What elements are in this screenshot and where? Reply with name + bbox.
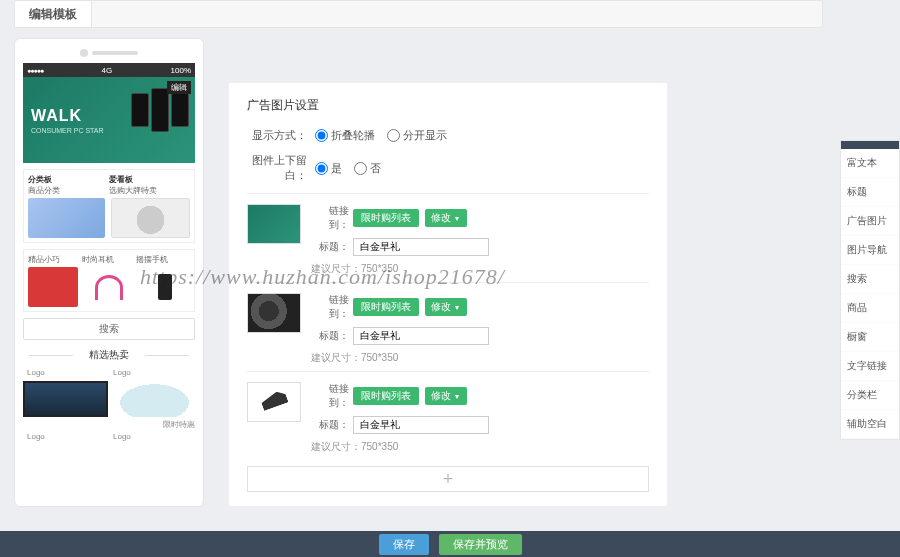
footer-bar: 保存 保存并预览 xyxy=(0,531,900,557)
display-mode-label: 显示方式： xyxy=(247,128,307,143)
title-input[interactable] xyxy=(353,327,489,345)
radio-fold-carousel[interactable]: 折叠轮播 xyxy=(315,128,375,143)
logo-label: Logo xyxy=(109,366,195,379)
status-battery: 100% xyxy=(171,66,191,75)
hero-subtitle: CONSUMER PC STAR xyxy=(31,127,104,134)
phone-preview: 4G 100% WALK CONSUMER PC STAR 编辑 分类板商品分类… xyxy=(14,38,204,507)
picks-title: 精选热卖 xyxy=(23,348,195,362)
title-input[interactable] xyxy=(353,416,489,434)
product-thumb xyxy=(23,381,108,417)
sec1-col2-title: 爱看板 xyxy=(109,174,190,185)
size-hint-label: 建议尺寸： xyxy=(311,263,361,274)
modify-dropdown[interactable]: 修改 xyxy=(425,298,467,316)
ad-item: 链接到：限时购列表修改标题：建议尺寸：750*350 xyxy=(247,193,649,282)
status-carrier: 4G xyxy=(102,66,113,75)
radio-margin-no[interactable]: 否 xyxy=(354,161,381,176)
settings-panel: 广告图片设置 显示方式： 折叠轮播 分开显示 图件上下留白： 是 否 链接到：限… xyxy=(228,82,668,507)
title-field-label: 标题： xyxy=(311,418,349,432)
title-field-label: 标题： xyxy=(311,329,349,343)
size-hint-value: 750*350 xyxy=(361,441,398,452)
radio-separate[interactable]: 分开显示 xyxy=(387,128,447,143)
tab-edit-template[interactable]: 编辑模板 xyxy=(15,1,92,27)
hero-title: WALK xyxy=(31,107,104,125)
tool-item[interactable]: 标题 xyxy=(841,178,899,207)
product-thumb xyxy=(140,267,190,307)
link-to-label: 链接到： xyxy=(311,382,349,410)
size-hint-label: 建议尺寸： xyxy=(311,352,361,363)
margin-label: 图件上下留白： xyxy=(247,153,307,183)
size-hint-value: 750*350 xyxy=(361,263,398,274)
product-thumb xyxy=(28,198,105,238)
modify-dropdown[interactable]: 修改 xyxy=(425,387,467,405)
logo-label: Logo xyxy=(109,430,195,443)
sec2-col3: 摇摆手机 xyxy=(136,254,190,265)
ad-item: 链接到：限时购列表修改标题：建议尺寸：750*350 xyxy=(247,282,649,371)
tool-item[interactable]: 广告图片 xyxy=(841,207,899,236)
radio-margin-yes[interactable]: 是 xyxy=(315,161,342,176)
phone-status-bar: 4G 100% xyxy=(23,63,195,77)
sec1-col2-sub: 选购大牌特卖 xyxy=(109,185,190,196)
save-preview-button[interactable]: 保存并预览 xyxy=(439,534,522,555)
hero-edit-badge[interactable]: 编辑 xyxy=(167,81,191,94)
logo-label: Logo xyxy=(23,366,109,379)
sec2-col1: 精品小巧 xyxy=(28,254,82,265)
link-target-badge[interactable]: 限时购列表 xyxy=(353,387,419,405)
component-toolbox: 富文本标题广告图片图片导航搜索商品橱窗文字链接分类栏辅助空白 xyxy=(840,140,900,440)
preview-section-1[interactable]: 分类板商品分类 爱看板选购大牌特卖 xyxy=(23,169,195,243)
link-target-badge[interactable]: 限时购列表 xyxy=(353,209,419,227)
sec1-col1-title: 分类板 xyxy=(28,174,109,185)
preview-section-2[interactable]: 精品小巧 时尚耳机 摇摆手机 xyxy=(23,249,195,312)
product-thumb xyxy=(28,267,78,307)
title-input[interactable] xyxy=(353,238,489,256)
size-hint-value: 750*350 xyxy=(361,352,398,363)
tool-item[interactable]: 辅助空白 xyxy=(841,410,899,439)
link-target-badge[interactable]: 限时购列表 xyxy=(353,298,419,316)
settings-title: 广告图片设置 xyxy=(247,97,649,114)
toolbox-header xyxy=(841,141,899,149)
tab-bar: 编辑模板 xyxy=(14,0,823,28)
ad-item: 链接到：限时购列表修改标题：建议尺寸：750*350 xyxy=(247,371,649,460)
tool-item[interactable]: 搜索 xyxy=(841,265,899,294)
product-thumb xyxy=(114,381,195,417)
product-thumb xyxy=(84,267,134,307)
hero-banner[interactable]: WALK CONSUMER PC STAR 编辑 xyxy=(23,77,195,163)
sec2-col2: 时尚耳机 xyxy=(82,254,136,265)
modify-dropdown[interactable]: 修改 xyxy=(425,209,467,227)
tool-item[interactable]: 文字链接 xyxy=(841,352,899,381)
save-button[interactable]: 保存 xyxy=(379,534,429,555)
tool-item[interactable]: 商品 xyxy=(841,294,899,323)
logo-label: Logo xyxy=(23,430,109,443)
pick-label: 限时特惠 xyxy=(163,419,195,430)
phone-speaker xyxy=(23,49,195,57)
link-to-label: 链接到： xyxy=(311,204,349,232)
title-field-label: 标题： xyxy=(311,240,349,254)
add-item-button[interactable]: + xyxy=(247,466,649,492)
sec1-col1-sub: 商品分类 xyxy=(28,185,109,196)
tool-item[interactable]: 图片导航 xyxy=(841,236,899,265)
link-to-label: 链接到： xyxy=(311,293,349,321)
tool-item[interactable]: 分类栏 xyxy=(841,381,899,410)
tool-item[interactable]: 橱窗 xyxy=(841,323,899,352)
ad-thumb[interactable] xyxy=(247,204,301,244)
tool-item[interactable]: 富文本 xyxy=(841,149,899,178)
ad-thumb[interactable] xyxy=(247,293,301,333)
size-hint-label: 建议尺寸： xyxy=(311,441,361,452)
ad-thumb[interactable] xyxy=(247,382,301,422)
preview-search[interactable]: 搜索 xyxy=(23,318,195,340)
product-thumb xyxy=(111,198,190,238)
